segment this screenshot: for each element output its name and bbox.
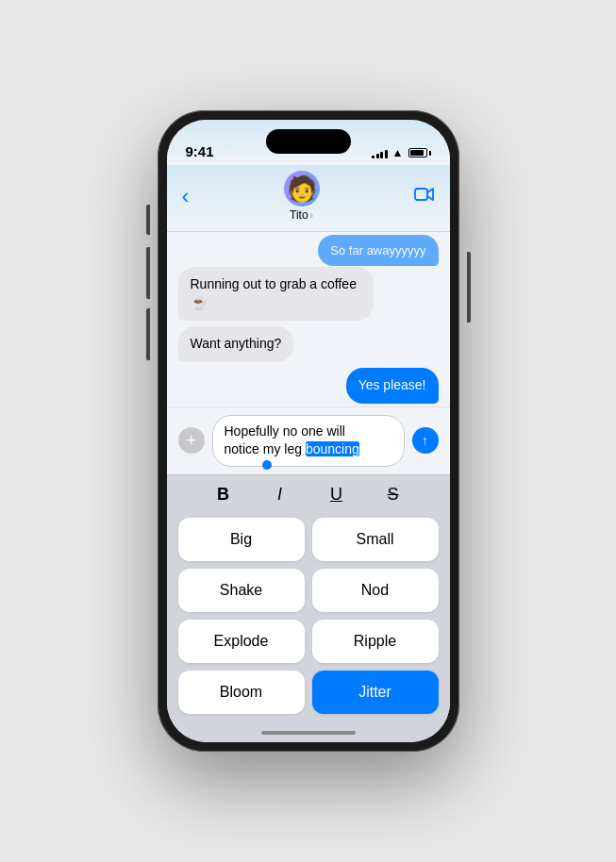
home-bar (261, 731, 356, 735)
conversation-header: ‹ 🧑 Tito › (167, 165, 450, 232)
back-button[interactable]: ‹ (182, 185, 190, 207)
text-cursor-handle[interactable] (262, 460, 272, 470)
message-bubble: Want anything? (178, 326, 294, 362)
contact-chevron: › (310, 210, 313, 221)
mute-button[interactable] (146, 308, 150, 360)
phone-screen: 9:41 ▲ ‹ 🧑 (167, 120, 450, 742)
selected-text: bouncing (306, 441, 359, 456)
contact-name[interactable]: Tito › (290, 208, 313, 222)
animation-options-grid: Big Small Shake Nod Explode Ripple Bloom… (167, 510, 450, 725)
video-call-button[interactable] (414, 187, 435, 207)
format-toolbar: B I U S (167, 474, 450, 510)
animation-jitter-button[interactable]: Jitter (312, 671, 439, 714)
input-text: Hopefully no one will notice my leg boun… (225, 423, 359, 457)
signal-icon (372, 147, 388, 158)
strikethrough-button[interactable]: S (379, 485, 408, 505)
message-row: Want anything? (178, 326, 439, 362)
message-row: Yes please! (178, 368, 439, 404)
animation-explode-button[interactable]: Explode (178, 620, 305, 663)
dynamic-island (266, 129, 351, 154)
volume-down-button[interactable] (146, 247, 150, 299)
message-input[interactable]: Hopefully no one will notice my leg boun… (212, 415, 405, 467)
underline-button[interactable]: U (323, 485, 351, 505)
message-bubble: Yes please! (346, 368, 439, 404)
volume-up-button[interactable] (146, 205, 150, 235)
previous-message-hint: So far awayyyyyy (178, 241, 439, 259)
power-button[interactable] (467, 252, 471, 323)
bold-button[interactable]: B (209, 485, 238, 505)
messages-area: So far awayyyyyy Running out to grab a c… (167, 232, 450, 406)
message-row: Running out to grab a coffee ☕ (178, 267, 439, 321)
avatar[interactable]: 🧑 (284, 171, 320, 207)
animation-shake-button[interactable]: Shake (178, 569, 305, 612)
animation-big-button[interactable]: Big (178, 518, 305, 561)
input-area: + Hopefully no one will notice my leg bo… (167, 406, 450, 474)
send-button[interactable]: ↑ (412, 427, 439, 454)
wifi-icon: ▲ (392, 146, 404, 159)
status-time: 9:41 (186, 143, 214, 159)
animation-small-button[interactable]: Small (312, 518, 439, 561)
animation-nod-button[interactable]: Nod (312, 569, 439, 612)
svg-rect-0 (415, 189, 427, 200)
animation-bloom-button[interactable]: Bloom (178, 671, 305, 714)
status-icons: ▲ (372, 146, 430, 159)
battery-icon (408, 148, 431, 157)
add-attachment-button[interactable]: + (178, 427, 205, 454)
italic-button[interactable]: I (266, 485, 294, 505)
contact-info: 🧑 Tito › (284, 171, 320, 222)
message-bubble: Running out to grab a coffee ☕ (178, 267, 374, 321)
phone-frame: 9:41 ▲ ‹ 🧑 (158, 110, 459, 752)
animation-ripple-button[interactable]: Ripple (312, 620, 439, 663)
home-indicator (167, 725, 450, 742)
